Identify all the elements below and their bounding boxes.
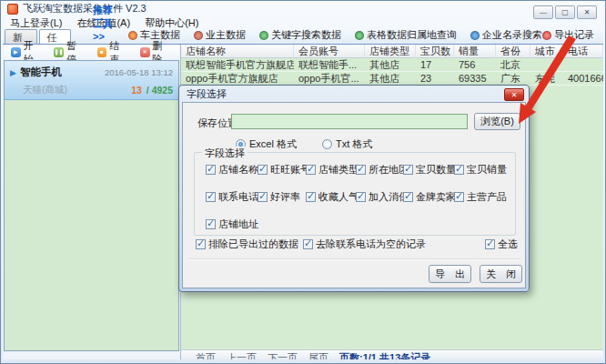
checkbox-label: 去除联系电话为空的记录 — [316, 238, 426, 251]
checkbox-label: 旺旺账号 — [270, 163, 310, 177]
task-controls: ▶ 开始 ❚❚ 暂停 ■ 结束 ✕ 删除 — [4, 45, 179, 60]
pagination-first[interactable]: 首页 — [196, 350, 216, 359]
checkbox-checked-icon — [454, 192, 464, 202]
select-all-checkbox[interactable]: 全选 — [485, 238, 518, 251]
save-location-input[interactable] — [231, 114, 468, 129]
export-button[interactable]: 导 出 — [429, 265, 471, 283]
dialog-close-button[interactable]: ✕ — [504, 88, 524, 101]
toolbar-table-location-query[interactable]: 表格数据归属地查询 — [355, 28, 457, 44]
maximize-button[interactable]: ▢ — [555, 5, 575, 19]
checkbox-checked-icon — [306, 165, 316, 175]
task-name: 智能手机 — [20, 66, 62, 79]
format-radio-group: Excel 格式 Txt 格式 — [236, 137, 372, 151]
browse-button[interactable]: 浏览(B) — [474, 113, 520, 130]
task-source: 天猫(商城) — [23, 84, 67, 96]
task-play-icon: ▶ — [10, 68, 16, 77]
dialog-close-action-button[interactable]: 关 闭 — [480, 265, 522, 283]
checkbox-label: 店铺地址 — [218, 217, 258, 231]
remove-empty-phone-checkbox[interactable]: 去除联系电话为空的记录 — [303, 238, 426, 251]
col-phone[interactable]: 电话 — [563, 45, 603, 58]
exclude-exported-checkbox[interactable]: 排除已导出过的数据 — [196, 238, 298, 251]
field-checkbox-item-count[interactable]: 宝贝数量 — [403, 163, 454, 177]
cell: 联想智能手机官方旗舰店 — [181, 58, 294, 72]
promo-tools-label: 推荐工具 >> — [93, 4, 115, 44]
task-panel: ▶ 开始 ❚❚ 暂停 ■ 结束 ✕ 删除 — [4, 45, 179, 359]
field-checkbox-favorites[interactable]: 收藏人气 — [306, 190, 356, 204]
menu-login[interactable]: 马上登录(L) — [10, 16, 62, 30]
pause-icon: ❚❚ — [54, 47, 64, 57]
cell: 广东 — [496, 72, 530, 86]
checkbox-checked-icon — [196, 239, 206, 249]
checkbox-label: 好评率 — [270, 190, 300, 204]
cell: 23 — [416, 73, 454, 84]
radio-txt-format[interactable]: Txt 格式 — [322, 137, 372, 151]
toolbar-label: 表格数据归属地查询 — [367, 28, 457, 42]
col-member-account[interactable]: 会员账号 — [294, 45, 365, 58]
checkbox-checked-icon — [303, 239, 313, 249]
field-checkbox-main-products[interactable]: 主营产品 — [454, 190, 505, 204]
cell: 北京 — [496, 58, 530, 72]
task-list-item[interactable]: ▶ 智能手机 2016-05-18 13:12 天猫(商城) 13 / 4925 — [5, 61, 178, 100]
toolbar-keyword-search-data[interactable]: 关键字搜索数据 — [259, 28, 341, 44]
col-item-count[interactable]: 宝贝数 — [416, 45, 454, 58]
toolbar-label: 导出记录 — [554, 28, 594, 42]
close-button[interactable]: ✕ — [577, 5, 597, 19]
toolbar-property-owner-data[interactable]: 业主数据 — [194, 28, 246, 44]
stop-icon: ■ — [97, 47, 107, 57]
checkbox-label: 排除已导出过的数据 — [208, 238, 298, 251]
field-checkbox-shop-type[interactable]: 店铺类型 — [306, 163, 356, 177]
checkbox-checked-icon — [206, 165, 216, 175]
cell: 东莞 — [530, 72, 563, 86]
checkbox-checked-icon — [258, 165, 268, 175]
col-sales[interactable]: 销量 — [454, 45, 496, 58]
field-checkbox-item-sales[interactable]: 宝贝销量 — [454, 163, 505, 177]
fields-group-label: 字段选择 — [202, 147, 247, 160]
toolbar-export-records[interactable]: 导出记录 — [542, 28, 594, 44]
checkbox-label: 收藏人气 — [318, 190, 359, 204]
checkbox-checked-icon — [454, 165, 464, 175]
checkbox-label: 全选 — [498, 238, 518, 251]
globe-blue-icon — [470, 31, 480, 40]
pagination-last[interactable]: 尾页 — [308, 350, 328, 359]
checkbox-checked-icon — [403, 165, 413, 175]
task-list: ▶ 智能手机 2016-05-18 13:12 天猫(商城) 13 / 4925 — [4, 60, 179, 351]
cell: oppo手机官方旗舰店 — [181, 72, 294, 86]
col-province[interactable]: 省份 — [496, 45, 530, 58]
toolbar-company-directory-search[interactable]: 企业名录搜索 — [470, 28, 542, 44]
field-checkbox-phone[interactable]: 联系电话 — [206, 190, 258, 204]
field-checkbox-shop-address[interactable]: 店铺地址 — [206, 217, 258, 231]
cell: 4001666... — [563, 73, 603, 84]
minimize-button[interactable]: — — [533, 5, 553, 19]
field-checkbox-region[interactable]: 所在地区 — [356, 163, 403, 177]
field-checkbox-consumer-protection[interactable]: 加入消保 — [356, 190, 403, 204]
pagination-bar: 首页 上一页 下一页 尾页 页数:1/1 共13条记录 — [181, 349, 603, 359]
export-record-icon — [542, 31, 551, 40]
cell: 17 — [416, 59, 454, 70]
toolbar-label: 关键字搜索数据 — [271, 28, 341, 42]
progress-total: / 4925 — [146, 85, 173, 96]
checkbox-label: 金牌卖家 — [416, 190, 456, 204]
window-title: 飞跃淘宝数据采集软件 V2.3 — [23, 2, 146, 15]
cell: 其他店 — [365, 72, 416, 86]
toolbar-label: 企业名录搜索 — [482, 28, 542, 42]
field-checkbox-wangwang-account[interactable]: 旺旺账号 — [258, 163, 306, 177]
col-city[interactable]: 城市 — [530, 45, 563, 58]
task-progress: 13 / 4925 — [131, 85, 173, 96]
radio-label: Excel 格式 — [249, 138, 297, 149]
fields-grid: 店铺名称 旺旺账号 店铺类型 所在地区 宝贝数量 宝贝销量 联系电话 好评率 收… — [206, 163, 505, 231]
cell: 69335 — [454, 73, 496, 84]
field-checkbox-shop-name[interactable]: 店铺名称 — [206, 163, 258, 177]
field-checkbox-rating[interactable]: 好评率 — [258, 190, 306, 204]
table-row[interactable]: oppo手机官方旗舰店 oppo手机官... 其他店 23 69335 广东 东… — [181, 72, 603, 86]
dialog-separator — [188, 258, 520, 260]
checkbox-checked-icon — [356, 192, 366, 202]
col-shop-name[interactable]: 店铺名称 — [181, 45, 294, 58]
field-checkbox-gold-seller[interactable]: 金牌卖家 — [403, 190, 454, 204]
title-bar: 飞跃淘宝数据采集软件 V2.3 — [1, 1, 605, 16]
col-shop-type[interactable]: 店铺类型 — [365, 45, 416, 58]
pagination-next[interactable]: 下一页 — [268, 350, 298, 359]
dialog-title: 字段选择 — [179, 86, 529, 101]
pagination-prev[interactable]: 上一页 — [227, 350, 257, 359]
cell: 756 — [454, 59, 496, 70]
table-row[interactable]: 联想智能手机官方旗舰店 联想智能手... 其他店 17 756 北京 — [181, 58, 603, 72]
